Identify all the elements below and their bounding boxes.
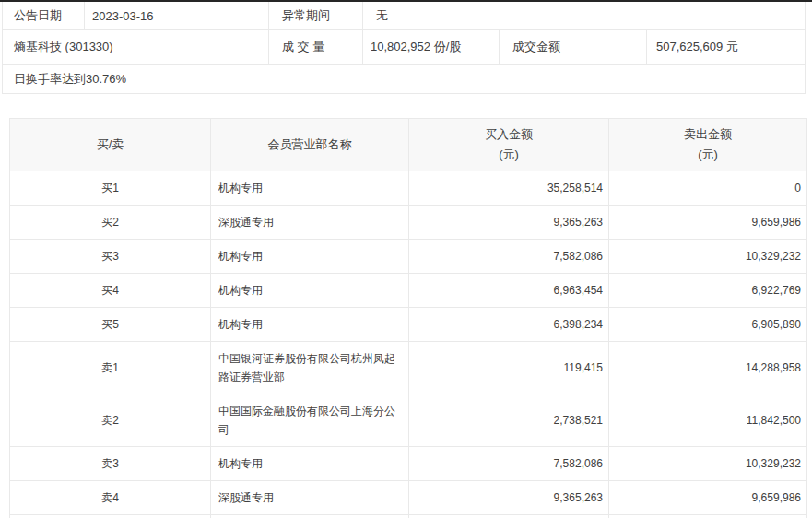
info-row-turnover-rate: 日换手率达到30.76%: [3, 65, 805, 94]
broker-cell: 深股通专用: [211, 206, 409, 240]
buy-amount-cell: 6,398,234: [409, 308, 609, 342]
sell-amount-cell: 10,329,232: [609, 447, 807, 481]
col-header-sell-amount-line1: 卖出金额: [610, 124, 806, 145]
table-row: 卖1 中国银河证券股份有限公司杭州凤起路证券营业部 119,415 14,288…: [10, 342, 807, 394]
broker-cell: 机构专用: [211, 274, 409, 308]
sell-amount-cell: 10,329,232: [609, 240, 807, 274]
broker-cell: 中国银河证券股份有限公司杭州凤起路证券营业部: [211, 342, 409, 394]
side-cell: 买5: [10, 308, 211, 342]
broker-cell: 机构专用: [211, 447, 409, 481]
side-cell: 卖1: [10, 342, 211, 394]
sell-amount-cell: 6,905,890: [609, 308, 807, 342]
broker-cell: 机构专用: [211, 308, 409, 342]
buy-amount-cell: 119,415: [409, 342, 609, 394]
buy-amount-cell: 7,582,086: [409, 240, 609, 274]
col-header-side-label: 买/卖: [11, 135, 209, 155]
buy-amount-cell: 6,963,454: [409, 274, 609, 308]
broker-cell: 深股通专用: [211, 481, 409, 515]
col-header-broker: 会员营业部名称: [211, 119, 409, 171]
table-body: 买1 机构专用 35,258,514 0 买2 深股通专用 9,365,263 …: [10, 171, 807, 518]
broker-cell: 中信建投证券股份有限公司杭州庆春路证券营业部: [211, 515, 409, 518]
table-row: 买3 机构专用 7,582,086 10,329,232: [10, 240, 807, 274]
buy-amount-cell: 9,365,263: [409, 481, 609, 515]
info-panel: 公告日期 2023-03-16 异常期间 无 熵基科技 (301330) 成 交…: [2, 2, 806, 94]
sell-amount-cell: 11,842,500: [609, 394, 807, 447]
stock-name: 熵基科技 (301330): [3, 30, 268, 64]
table-row: 卖5 中信建投证券股份有限公司杭州庆春路证券营业部 368,610 9,561,…: [10, 515, 807, 518]
broker-cell: 机构专用: [211, 171, 409, 206]
sell-amount-cell: 9,659,986: [609, 481, 807, 515]
table-header-row: 买/卖 会员营业部名称 买入金额 (元) 卖出金额 (元): [10, 119, 807, 171]
table-row: 买4 机构专用 6,963,454 6,922,769: [10, 274, 807, 308]
broker-cell: 机构专用: [211, 240, 409, 274]
buy-amount-cell: 368,610: [409, 515, 609, 518]
side-cell: 卖3: [10, 447, 211, 481]
info-row-announcement: 公告日期 2023-03-16 异常期间 无: [3, 2, 805, 30]
sell-amount-cell: 0: [609, 171, 807, 206]
col-header-buy-amount-line2: (元): [410, 145, 607, 165]
table-row: 买5 机构专用 6,398,234 6,905,890: [10, 308, 807, 342]
side-cell: 卖5: [10, 515, 211, 518]
sell-amount-cell: 6,922,769: [609, 274, 807, 308]
buy-amount-cell: 2,738,521: [409, 394, 609, 447]
col-header-side: 买/卖: [10, 119, 211, 171]
side-cell: 卖4: [10, 481, 211, 515]
volume-label: 成 交 量: [268, 30, 362, 64]
table-row: 卖4 深股通专用 9,365,263 9,659,986: [10, 481, 807, 515]
table-row: 买1 机构专用 35,258,514 0: [10, 171, 807, 206]
col-header-sell-amount-line2: (元): [610, 145, 806, 165]
col-header-buy-amount: 买入金额 (元): [409, 119, 609, 171]
announcement-date-value: 2023-03-16: [84, 2, 268, 29]
volume-value: 10,802,952 份/股: [362, 30, 499, 64]
sell-amount-cell: 9,659,986: [609, 206, 807, 240]
broker-cell: 中国国际金融股份有限公司上海分公司: [211, 394, 409, 447]
lhb-table: 买/卖 会员营业部名称 买入金额 (元) 卖出金额 (元) 买1 机构专用 35…: [9, 118, 807, 518]
buy-amount-cell: 7,582,086: [409, 447, 609, 481]
abnormal-period-value: 无: [362, 2, 805, 29]
table-row: 买2 深股通专用 9,365,263 9,659,986: [10, 206, 807, 240]
col-header-sell-amount: 卖出金额 (元): [609, 119, 807, 171]
turnover-amount-label: 成交金额: [499, 30, 646, 64]
side-cell: 卖2: [10, 394, 211, 447]
buy-amount-cell: 35,258,514: [409, 171, 609, 206]
side-cell: 买2: [10, 206, 211, 240]
col-header-buy-amount-line1: 买入金额: [410, 124, 607, 145]
side-cell: 买1: [10, 171, 211, 206]
announcement-date-label: 公告日期: [3, 2, 84, 29]
turnover-rate-note: 日换手率达到30.76%: [3, 65, 805, 93]
buy-amount-cell: 9,365,263: [409, 206, 609, 240]
col-header-broker-label: 会员营业部名称: [212, 135, 407, 155]
info-row-volume: 熵基科技 (301330) 成 交 量 10,802,952 份/股 成交金额 …: [3, 30, 805, 65]
side-cell: 买4: [10, 274, 211, 308]
table-row: 卖2 中国国际金融股份有限公司上海分公司 2,738,521 11,842,50…: [10, 394, 807, 447]
side-cell: 买3: [10, 240, 211, 274]
sell-amount-cell: 14,288,958: [609, 342, 807, 394]
sell-amount-cell: 9,561,757: [609, 515, 807, 518]
turnover-amount-value: 507,625,609 元: [646, 30, 805, 64]
abnormal-period-label: 异常期间: [268, 2, 362, 29]
table-row: 卖3 机构专用 7,582,086 10,329,232: [10, 447, 807, 481]
